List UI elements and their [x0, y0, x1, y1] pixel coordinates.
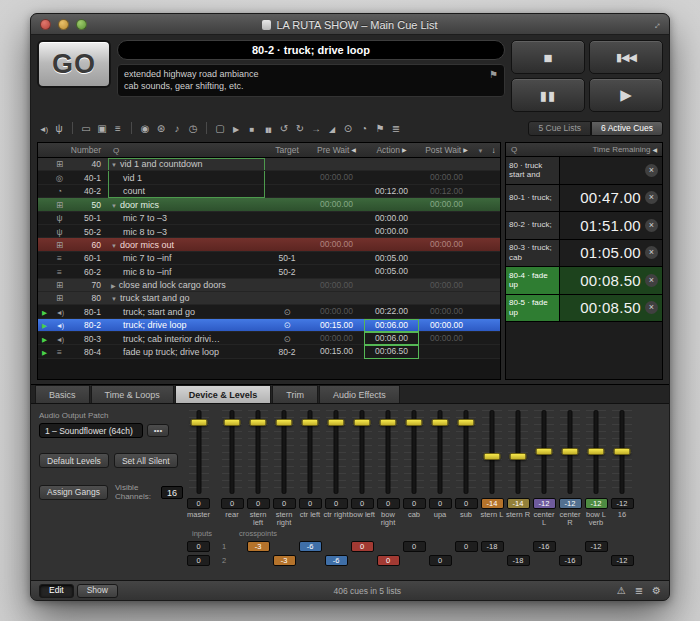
level-chip-upa[interactable]: 0 — [429, 498, 452, 509]
cue-row-80-4[interactable]: 80-4fade up truck; drive loop80-200:15.0… — [38, 345, 500, 358]
zoom-window-button[interactable] — [76, 19, 87, 30]
reset-icon[interactable] — [278, 123, 290, 134]
cue-row-50[interactable]: 50door mics00:00.0000:00.00 — [38, 198, 500, 211]
fader-handle[interactable] — [588, 448, 605, 455]
stop-cue-button[interactable] — [645, 219, 658, 232]
cue-row-50-1[interactable]: 50-1mic 7 to –300:00.00 — [38, 212, 500, 225]
fader-handle[interactable] — [276, 419, 293, 426]
loop-icon[interactable] — [294, 123, 306, 134]
level-chip-stern-r[interactable]: -14 — [507, 498, 530, 509]
crosspoint-chip[interactable]: 0 — [351, 541, 374, 552]
crosspoint-chip[interactable]: -12 — [611, 555, 634, 566]
fader-handle[interactable] — [302, 419, 319, 426]
stop-cue-button[interactable] — [645, 274, 658, 287]
level-chip-cab[interactable]: 0 — [403, 498, 426, 509]
stop-cue-button[interactable] — [645, 301, 658, 314]
crosspoint-chip[interactable]: -18 — [481, 541, 504, 552]
default-levels-button[interactable]: Default Levels — [39, 453, 109, 468]
rewind-button[interactable] — [589, 40, 663, 74]
cue-row-60-1[interactable]: 60-1mic 7 to –inf50-100:05.00 — [38, 252, 500, 265]
inspector-tab-time-loops[interactable]: Time & Loops — [91, 385, 174, 403]
fader-handle[interactable] — [458, 419, 475, 426]
fader-handle[interactable] — [510, 453, 527, 460]
cue-row-40-2[interactable]: 40-2count00:12.0000:12.00 — [38, 185, 500, 198]
warning-icon[interactable] — [617, 585, 626, 596]
cue-row-80[interactable]: 80truck start and go — [38, 292, 500, 305]
cue-row-40[interactable]: 40vid 1 and countdown — [38, 158, 500, 171]
cue-row-60-2[interactable]: 60-2mic 8 to –inf50-200:05.00 — [38, 265, 500, 278]
inspector-tab-audio-effects[interactable]: Audio Effects — [319, 385, 400, 403]
fader-handle[interactable] — [614, 448, 631, 455]
level-chip-center-l[interactable]: -12 — [533, 498, 556, 509]
record-icon[interactable] — [139, 123, 151, 134]
disclosure-open-icon[interactable] — [111, 293, 117, 303]
waitclock-icon[interactable] — [358, 123, 370, 134]
dashed-icon[interactable] — [214, 123, 226, 134]
cue-row-50-2[interactable]: 50-2mic 8 to –300:00.00 — [38, 225, 500, 238]
level-chip-stern-l[interactable]: -14 — [481, 498, 504, 509]
crosspoint-chip[interactable]: -16 — [533, 541, 556, 552]
inspector-tab-trim[interactable]: Trim — [272, 385, 318, 403]
crosspoint-chip[interactable]: 0 — [429, 555, 452, 566]
flag-icon[interactable] — [489, 68, 498, 93]
crosspoint-chip[interactable]: -3 — [273, 555, 296, 566]
show-mode-button[interactable]: Show — [77, 584, 118, 598]
level-chip-bow-l-verb[interactable]: -12 — [585, 498, 608, 509]
disclosure-closed-icon[interactable] — [111, 280, 116, 290]
settings-gear-icon[interactable] — [652, 585, 661, 596]
fader-handle[interactable] — [406, 419, 423, 426]
level-chip-ctr-right[interactable]: 0 — [325, 498, 348, 509]
pause-button[interactable] — [511, 78, 585, 112]
flag-icon[interactable] — [374, 123, 386, 134]
crosspoint-chip[interactable]: 0 — [187, 541, 210, 552]
level-chip-ctr-left[interactable]: 0 — [299, 498, 322, 509]
cue-row-70[interactable]: 70close and lock cargo doors00:00.0000:0… — [38, 279, 500, 292]
note-icon[interactable] — [171, 123, 183, 134]
mic-icon[interactable] — [53, 123, 65, 134]
play-icon[interactable] — [230, 123, 242, 134]
crosspoint-chip[interactable]: 0 — [377, 555, 400, 566]
assign-gangs-button[interactable]: Assign Gangs — [39, 485, 108, 500]
fader-handle[interactable] — [562, 448, 579, 455]
inspector-tab-basics[interactable]: Basics — [35, 385, 90, 403]
level-chip-bow-right[interactable]: 0 — [377, 498, 400, 509]
disclosure-open-icon[interactable] — [111, 159, 117, 169]
audio-patch-dropdown[interactable]: 1 – Soundflower (64ch) — [39, 423, 143, 438]
sliders-icon[interactable] — [112, 123, 124, 134]
fader-handle[interactable] — [536, 448, 553, 455]
fader-handle[interactable] — [224, 419, 241, 426]
crosspoint-chip[interactable]: 0 — [187, 555, 210, 566]
set-all-silent-button[interactable]: Set All Silent — [114, 453, 178, 468]
go-button[interactable]: GO — [37, 40, 111, 88]
crosspoint-chip[interactable]: -18 — [507, 555, 530, 566]
cue-row-80-2[interactable]: 80-2truck; drive loop00:15.0000:06.0000:… — [38, 319, 500, 332]
power-icon[interactable] — [342, 123, 354, 134]
cue-row-80-3[interactable]: 80-3truck; cab interior drivi…00:00.0000… — [38, 332, 500, 345]
level-chip-bow-left[interactable]: 0 — [351, 498, 374, 509]
cue-row-60[interactable]: 60door mics out00:00.0000:00.00 — [38, 238, 500, 251]
fader-handle[interactable] — [328, 419, 345, 426]
tab-active-cues[interactable]: 6 Active Cues — [591, 121, 663, 136]
crosspoint-chip[interactable]: -16 — [559, 555, 582, 566]
active-cue-row[interactable]: 80-5 · fade up00:08.50 — [506, 295, 662, 323]
level-chip-sub[interactable]: 0 — [455, 498, 478, 509]
active-cue-row[interactable]: 80-2 · truck;01:51.00 — [506, 212, 662, 240]
minimize-window-button[interactable] — [58, 19, 69, 30]
disclosure-open-icon[interactable] — [111, 240, 117, 250]
level-chip-stern-right[interactable]: 0 — [273, 498, 296, 509]
visible-channels-field[interactable]: 16 — [161, 486, 183, 499]
tab-cue-lists[interactable]: 5 Cue Lists — [528, 121, 591, 136]
level-chip-center-r[interactable]: -12 — [559, 498, 582, 509]
titlebar[interactable]: LA RUTA SHOW – Main Cue List — [31, 14, 669, 35]
cue-row-80-1[interactable]: 80-1truck; start and go00:00.0000:22.000… — [38, 305, 500, 318]
active-cue-row[interactable]: 80-1 · truck;00:47.00 — [506, 185, 662, 213]
stop-cue-button[interactable] — [645, 246, 658, 259]
camera-icon[interactable] — [96, 123, 108, 134]
level-chip-stern-left[interactable]: 0 — [247, 498, 270, 509]
pause-icon[interactable] — [262, 123, 274, 134]
crosspoint-chip[interactable]: 0 — [403, 541, 426, 552]
fade-icon[interactable] — [326, 123, 338, 134]
wheel-icon[interactable] — [155, 123, 167, 134]
active-cue-row[interactable]: 80-3 · truck; cab01:05.00 — [506, 240, 662, 268]
active-cue-row[interactable]: 80-4 · fade up00:08.50 — [506, 267, 662, 295]
